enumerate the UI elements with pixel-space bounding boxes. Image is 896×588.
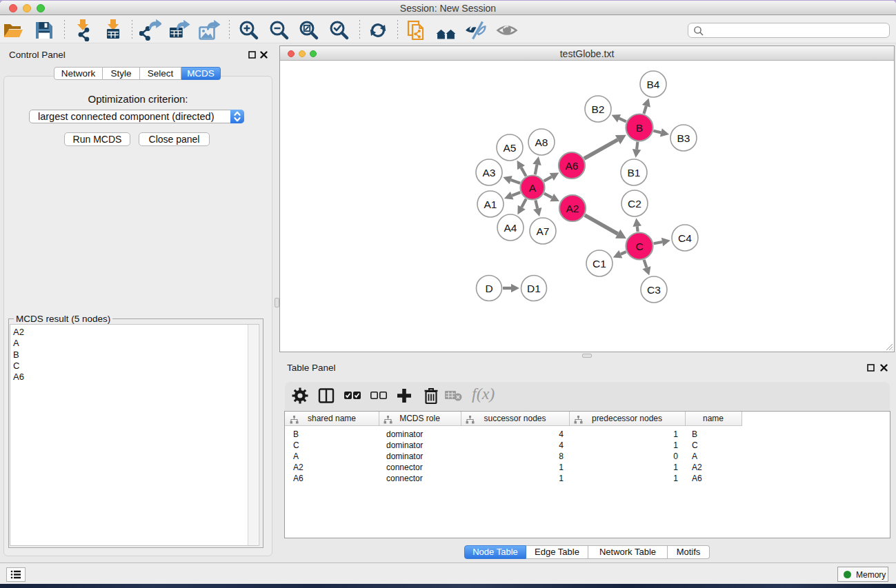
svg-text:C1: C1 [593, 258, 606, 270]
svg-text:A5: A5 [504, 142, 517, 154]
svg-text:A8: A8 [535, 136, 548, 148]
svg-text:B1: B1 [628, 167, 641, 179]
svg-text:B: B [636, 122, 643, 134]
svg-text:C: C [635, 241, 643, 252]
svg-text:D1: D1 [527, 283, 541, 294]
svg-text:C2: C2 [628, 198, 641, 210]
svg-text:A4: A4 [504, 222, 517, 234]
svg-text:B4: B4 [647, 79, 660, 90]
svg-text:A: A [529, 182, 537, 194]
svg-text:A3: A3 [483, 167, 496, 179]
svg-text:D: D [485, 283, 492, 294]
svg-text:B3: B3 [677, 132, 690, 144]
svg-text:C3: C3 [647, 284, 661, 296]
svg-text:B2: B2 [592, 103, 605, 115]
svg-text:A7: A7 [537, 225, 550, 237]
svg-text:A1: A1 [484, 199, 497, 210]
svg-text:A6: A6 [566, 160, 579, 172]
svg-text:C4: C4 [678, 232, 692, 244]
svg-text:A2: A2 [566, 203, 579, 214]
